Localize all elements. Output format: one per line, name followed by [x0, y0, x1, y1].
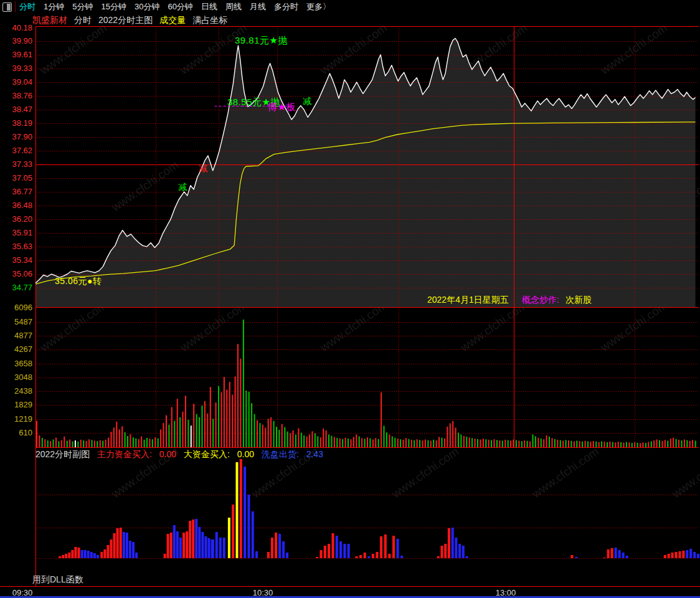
signal-annotation: 博★板	[268, 102, 296, 113]
price-axis-label: 37.62	[1, 146, 32, 155]
price-axis-label: 39.04	[1, 77, 32, 87]
price-axis-label: 35.06	[1, 269, 32, 278]
volume-axis-label: 1829	[1, 400, 32, 409]
watermark-text: www.cfchi.com	[108, 158, 181, 214]
volume-axis-label: 4267	[1, 344, 32, 354]
signal-annotation: 减	[178, 182, 187, 193]
price-axis-label: 37.90	[1, 132, 32, 141]
concept-value[interactable]: 次新股	[565, 295, 592, 306]
price-axis-label: 36.20	[1, 214, 32, 224]
price-axis-label: 38.76	[1, 91, 32, 100]
price-axis-label: 35.91	[1, 228, 32, 237]
price-axis-label: 37.05	[1, 173, 32, 183]
concept-label: 概念炒作:	[522, 295, 559, 306]
big-fund-value: 0.00	[237, 449, 254, 459]
price-axis-label: 35.34	[1, 255, 32, 265]
volume-axis-label: 3048	[1, 373, 32, 382]
volume-axis-label: 2438	[1, 386, 32, 396]
price-axis-label: 38.47	[1, 105, 32, 114]
wash-out-label: 洗盘出货:	[262, 449, 299, 459]
subchart-bars	[59, 459, 699, 558]
price-axis-label: 36.77	[1, 187, 32, 196]
big-fund-label: 大资金买入:	[184, 449, 230, 459]
wash-out-value: 2.43	[306, 449, 323, 459]
volume-axis-label: 6096	[1, 303, 32, 312]
trading-date: 2022年4月1日星期五	[427, 295, 509, 306]
price-area	[35, 39, 696, 308]
signal-annotation: 减	[199, 163, 208, 174]
main-fund-label: 主力资金买入:	[97, 449, 152, 459]
volume-axis-label: 5487	[1, 317, 32, 326]
volume-axis-label: 610	[1, 428, 32, 437]
signal-annotation: 39.81元★抛	[235, 35, 288, 47]
price-area-fill	[35, 39, 696, 308]
signal-annotation: 35.06元●转	[55, 276, 102, 287]
price-axis-label: 36.48	[1, 201, 32, 210]
price-axis-label: 39.33	[1, 64, 32, 73]
watermark-text: www.cfchi.com	[389, 445, 461, 501]
subchart-indicator-name[interactable]: 2022分时副图	[35, 449, 90, 459]
volume-axis-label: 4877	[1, 331, 32, 340]
price-axis-label: 39.61	[1, 50, 32, 59]
volume-axis-label: 3658	[1, 359, 32, 368]
watermark-text: www.cfchi.com	[529, 445, 601, 501]
price-axis-label: 35.63	[1, 242, 32, 251]
trading-terminal: 分时1分钟5分钟15分钟30分钟60分钟日线周线月线多分时更多〉 凯盛新材 分时…	[0, 0, 700, 598]
subchart-header: 2022分时副图 主力资金买入: 0.00 大资金买入: 0.00 洗盘出货: …	[35, 449, 328, 460]
formula-status-text: 用到DLL函数	[32, 574, 83, 586]
volume-axis-label: 1219	[1, 414, 32, 424]
price-axis-label: 39.90	[1, 36, 32, 45]
signal-annotation: 减	[303, 96, 312, 107]
watermark-text: www.cfchi.com	[669, 445, 700, 501]
volume-bars	[36, 320, 696, 447]
price-axis-label: 37.33	[1, 159, 32, 169]
chart-area[interactable]: www.cfchi.comwww.cfchi.comwww.cfchi.comw…	[0, 0, 700, 598]
price-axis-label: 40.18	[1, 23, 32, 32]
price-axis-label: 38.19	[1, 118, 32, 128]
price-axis-label: 34.77	[1, 283, 32, 292]
main-fund-value: 0.00	[159, 449, 176, 459]
